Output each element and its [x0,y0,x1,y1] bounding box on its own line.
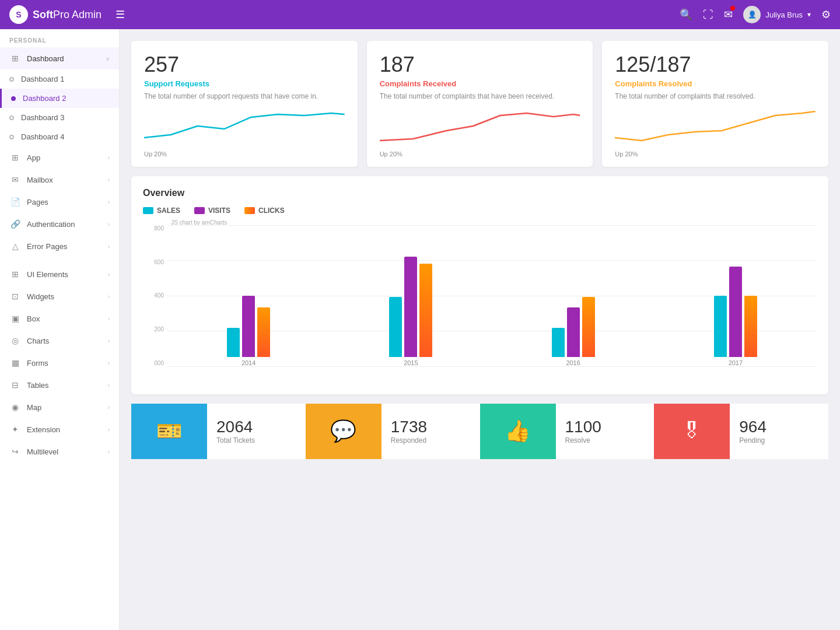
sidebar-label-map: Map [27,403,108,412]
stat-label-resolved: Complaints Resolved [615,79,816,88]
y-label-800: 800 [143,225,164,232]
sidebar-item-dashboard[interactable]: ⊞ Dashboard ∨ [0,47,119,69]
ui-elements-arrow: › [108,271,110,278]
sidebar-label-error-pages: Error Pages [27,242,108,251]
sidebar-item-widgets[interactable]: ⊡ Widgets › [0,285,119,307]
legend-label-clicks: CLICKS [258,206,285,215]
sidebar: PERSONAL ⊞ Dashboard ∨ Dashboard 1 Dashb… [0,29,120,630]
responded-info: 1738 Responded [382,408,436,454]
avatar: 👤 [743,6,761,23]
bar-label-2017: 2017 [729,359,743,366]
pages-arrow: › [108,199,110,205]
pending-number: 964 [739,418,766,436]
legend-color-visits [194,207,205,214]
sidebar-label-dashboard4: Dashboard 4 [21,132,110,141]
sidebar-item-label-dashboard: Dashboard [27,54,106,63]
bar-group-2015-bars [389,257,432,357]
bar-2014-visits [242,296,255,357]
bar-2016-sales [552,328,565,357]
sidebar-item-ui-elements[interactable]: ⊞ UI Elements › [0,263,119,285]
sidebar-item-extension[interactable]: ✦ Extension › [0,418,119,440]
sidebar-section-personal: PERSONAL [0,29,119,47]
tickets-icon-block: 🎫 [131,404,207,459]
bar-label-2016: 2016 [566,359,580,366]
sidebar-label-dashboard1: Dashboard 1 [21,75,110,83]
legend-color-clicks [244,207,255,214]
responded-number: 1738 [391,418,427,436]
sidebar-label-tables: Tables [27,381,108,390]
sidebar-label-dashboard2: Dashboard 2 [23,94,110,103]
sidebar-label-dashboard3: Dashboard 3 [21,113,110,122]
main-content: 257 Support Requests The total number of… [120,29,840,630]
multilevel-icon: ↪ [9,446,21,457]
bar-group-2014: 2014 [227,296,270,366]
sidebar-item-multilevel[interactable]: ↪ Multilevel › [0,440,119,463]
sidebar-label-mailbox: Mailbox [27,176,108,184]
app-arrow: › [108,155,110,161]
brand-soft: Soft [33,9,53,20]
legend-color-sales [143,207,153,214]
sidebar-label-pages: Pages [27,198,108,206]
sidebar-item-map[interactable]: ◉ Map › [0,396,119,418]
sidebar-item-pages[interactable]: 📄 Pages › [0,191,119,213]
sidebar-item-dashboard1[interactable]: Dashboard 1 [0,69,119,89]
sidebar-item-box[interactable]: ▣ Box › [0,307,119,330]
bar-2016-visits [567,307,580,357]
tables-icon: ⊟ [9,379,21,391]
sidebar-item-mailbox[interactable]: ✉ Mailbox › [0,169,119,191]
settings-icon[interactable]: ⚙ [821,8,831,21]
bar-group-2014-bars [227,296,270,357]
search-icon[interactable]: 🔍 [680,8,692,21]
resolve-label: Resolve [565,436,601,444]
stat-number-resolved: 125/187 [615,52,816,77]
user-dropdown-icon: ▾ [807,10,811,19]
sidebar-item-forms[interactable]: ▦ Forms › [0,352,119,374]
sidebar-item-charts[interactable]: ◎ Charts › [0,330,119,352]
stat-footer-support: Up 20% [144,150,345,158]
bar-label-2014: 2014 [242,359,256,366]
auth-arrow: › [108,221,110,228]
charts-icon: ◎ [9,335,21,346]
error-icon: △ [9,240,21,252]
stat-cards: 257 Support Requests The total number of… [131,41,828,167]
legend-label-visits: VISITS [208,206,230,215]
stat-footer-resolved: Up 20% [615,150,816,158]
hamburger-icon[interactable]: ☰ [116,8,125,21]
legend-clicks: CLICKS [244,206,285,215]
sidebar-item-error-pages[interactable]: △ Error Pages › [0,235,119,257]
bar-2014-clicks [257,307,270,357]
bar-chart-container: JS chart by amCharts 800 600 400 200 000 [143,219,817,383]
sparkline-resolved [615,108,816,144]
sidebar-item-dashboard3[interactable]: Dashboard 3 [0,108,119,127]
sidebar-item-dashboard2[interactable]: Dashboard 2 [0,89,119,108]
stat-footer-received: Up 20% [380,150,580,158]
stat-card-support: 257 Support Requests The total number of… [131,41,358,167]
brand-admin: Admin [69,9,102,20]
y-axis: 800 600 400 200 000 [143,225,167,366]
bar-group-2017-bars [714,267,757,357]
sidebar-label-app: App [27,153,108,162]
fullscreen-icon[interactable]: ⛶ [703,9,713,21]
stat-number-received: 187 [380,52,580,77]
grid-line-000 [167,366,817,367]
box-icon: ▣ [9,313,21,324]
brand-pro: Pro [53,9,69,20]
sidebar-item-dashboard4[interactable]: Dashboard 4 [0,127,119,146]
pages-icon: 📄 [9,196,21,208]
notifications-icon[interactable]: ✉ [724,8,733,21]
sidebar-item-app[interactable]: ⊞ App › [0,146,119,169]
stat-card-received: 187 Complaints Received The total number… [367,41,593,167]
logo[interactable]: S SoftPro Admin [9,5,102,24]
topnav-icons: 🔍 ⛶ ✉ 👤 Juliya Brus ▾ ⚙ [680,6,831,23]
extension-icon: ✦ [9,424,21,435]
user-menu[interactable]: 👤 Juliya Brus ▾ [743,6,811,23]
bar-2016-clicks [582,297,595,357]
sidebar-item-authentication[interactable]: 🔗 Authentication › [0,213,119,235]
tickets-info: 2064 Total Tickets [207,408,264,454]
sidebar-item-tables[interactable]: ⊟ Tables › [0,374,119,396]
logo-icon: S [9,5,28,24]
bottom-card-pending: 🎖 964 Pending [654,404,828,459]
ui-elements-icon: ⊞ [9,268,21,280]
bar-group-2016: 2016 [552,297,595,366]
legend-visits: VISITS [194,206,230,215]
